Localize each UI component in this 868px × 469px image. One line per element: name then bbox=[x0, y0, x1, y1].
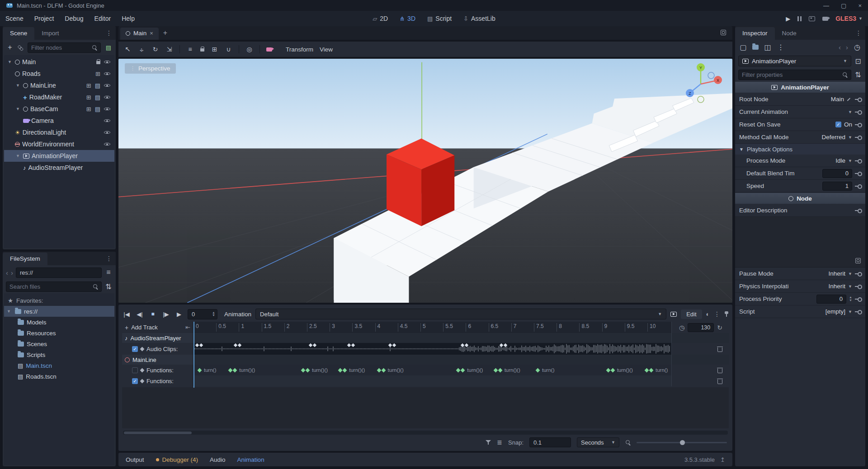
object-extra-icon[interactable]: ⊡ bbox=[854, 57, 862, 66]
pin-panel-icon[interactable] bbox=[724, 311, 729, 317]
move-tool-icon[interactable]: ↔↕ bbox=[138, 46, 145, 53]
group-icon[interactable]: ⊞ bbox=[86, 94, 91, 101]
fs-item-resources[interactable]: Resources bbox=[4, 328, 114, 338]
3d-viewport[interactable]: ⋮ Perspective Y X Z bbox=[118, 59, 732, 303]
group-icon[interactable]: ⊞ bbox=[86, 82, 91, 89]
audio-clip-key[interactable] bbox=[348, 344, 354, 347]
delete-track-icon[interactable] bbox=[717, 346, 722, 352]
path-field[interactable]: res:// bbox=[16, 267, 102, 278]
property-reset-on-save[interactable]: Reset On Save On bbox=[735, 118, 865, 131]
audio-clip-key[interactable] bbox=[234, 344, 241, 347]
key-icon[interactable] bbox=[855, 296, 863, 302]
method-keyframe[interactable]: turn()() bbox=[494, 367, 520, 373]
dock-menu-icon[interactable]: ⋮ bbox=[102, 29, 116, 37]
save-resource-icon[interactable]: ◫ bbox=[764, 43, 772, 52]
tab-filesystem[interactable]: FileSystem bbox=[3, 253, 47, 265]
override-camera-icon[interactable] bbox=[266, 47, 272, 52]
dock-menu-icon[interactable]: ⋮ bbox=[852, 29, 865, 37]
filter-properties-input[interactable] bbox=[738, 70, 851, 80]
chevron-down-icon[interactable]: ▼ bbox=[848, 135, 852, 140]
view-menu[interactable]: View bbox=[320, 46, 333, 53]
eye-icon[interactable] bbox=[104, 83, 110, 88]
animation-length-box[interactable] bbox=[688, 323, 714, 332]
expand-arrow-icon[interactable]: ▼ bbox=[15, 83, 21, 88]
eye-icon[interactable] bbox=[104, 141, 110, 147]
search-files-field[interactable] bbox=[9, 283, 90, 290]
key-icon[interactable] bbox=[855, 284, 863, 289]
track-enabled-checkbox[interactable] bbox=[132, 346, 138, 352]
slider-knob[interactable] bbox=[680, 440, 685, 445]
chevron-down-icon[interactable]: ▼ bbox=[848, 284, 852, 289]
fs-item-roads-tscn[interactable]: ▤Roads.tscn bbox=[4, 371, 114, 382]
play-button[interactable]: ▶ bbox=[786, 15, 790, 22]
menu-debug[interactable]: Debug bbox=[65, 15, 83, 22]
assign-icon[interactable] bbox=[847, 97, 852, 102]
expand-arrow-icon[interactable]: ▼ bbox=[7, 60, 13, 64]
play-from-start-button[interactable]: ▶ bbox=[175, 311, 184, 318]
length-field[interactable] bbox=[691, 324, 710, 331]
audio-clip-key[interactable] bbox=[389, 344, 396, 347]
expand-arrow-icon[interactable]: ▼ bbox=[7, 309, 12, 314]
eye-icon[interactable] bbox=[104, 106, 110, 112]
distraction-free-icon[interactable] bbox=[721, 30, 726, 35]
time-spinbox[interactable]: ▲▼ bbox=[188, 309, 217, 319]
eye-icon[interactable] bbox=[104, 130, 110, 135]
dock-menu-icon[interactable]: ⋮ bbox=[102, 255, 116, 262]
key-icon[interactable] bbox=[855, 309, 863, 314]
play-forward-button[interactable]: |▶ bbox=[161, 311, 170, 318]
add-track-button[interactable]: +Add Track bbox=[125, 324, 158, 331]
method-keyframe[interactable]: turn()() bbox=[339, 367, 365, 373]
resource-menu-icon[interactable]: ⋮ bbox=[777, 43, 785, 52]
scene-node-directionallight[interactable]: ☀ DirectionalLight bbox=[4, 127, 114, 138]
tab-inspector[interactable]: Inspector bbox=[735, 27, 775, 40]
snap-field[interactable] bbox=[533, 439, 567, 446]
delete-track-icon[interactable] bbox=[717, 378, 722, 384]
snap-unit-dropdown[interactable]: Seconds▼ bbox=[577, 437, 619, 447]
close-button[interactable]: × bbox=[858, 2, 862, 9]
number-field[interactable]: 1 bbox=[822, 182, 852, 191]
key-icon[interactable] bbox=[855, 208, 863, 213]
renderer-dropdown[interactable]: GLES3▼ bbox=[835, 15, 863, 22]
workspace-3d[interactable]: ⋔3D bbox=[400, 15, 415, 22]
key-icon[interactable] bbox=[855, 271, 863, 277]
group-icon[interactable]: ⊞ bbox=[95, 70, 100, 77]
play-backwards-end-button[interactable]: |◀ bbox=[122, 311, 131, 318]
horizontal-scrollbar[interactable] bbox=[123, 431, 728, 435]
load-resource-icon[interactable] bbox=[752, 45, 759, 50]
orientation-gizmo[interactable]: Y X Z bbox=[677, 61, 727, 105]
method-keyframe[interactable]: turn() bbox=[198, 367, 216, 373]
script-icon[interactable]: ▤ bbox=[95, 94, 100, 101]
method-keyframe[interactable]: turn()() bbox=[457, 367, 483, 373]
property-speed[interactable]: Speed 1 bbox=[735, 180, 865, 192]
workspace-script[interactable]: ▤Script bbox=[427, 15, 452, 22]
filter-properties-field[interactable] bbox=[742, 71, 840, 78]
chevron-down-icon[interactable]: ▼ bbox=[848, 159, 852, 163]
method-keyframe[interactable]: turn()() bbox=[607, 367, 633, 373]
scrollbar-handle[interactable] bbox=[124, 431, 192, 434]
property-current-animation[interactable]: Current Animation ▼ bbox=[735, 106, 865, 118]
fs-item-scripts[interactable]: Scripts bbox=[4, 349, 114, 360]
scene-node-worldenvironment[interactable]: WorldEnvironment bbox=[4, 138, 114, 150]
audio-clip-key[interactable] bbox=[461, 344, 468, 347]
property-process-mode[interactable]: Process Mode Idle ▼ bbox=[735, 155, 865, 167]
scene-node-camera[interactable]: Camera bbox=[4, 115, 114, 127]
script-icon[interactable]: ▤ bbox=[95, 106, 100, 113]
workspace-2d[interactable]: ▱2D bbox=[373, 15, 388, 22]
scene-node-main[interactable]: ▼ Main bbox=[4, 56, 114, 68]
scene-node-mainline[interactable]: ▼ MainLine ⊞▤ bbox=[4, 80, 114, 91]
snap-step-input[interactable] bbox=[529, 437, 571, 447]
time-field[interactable] bbox=[192, 311, 208, 318]
tab-import[interactable]: Import bbox=[34, 27, 66, 40]
scene-node-roads[interactable]: Roads ⊞ bbox=[4, 68, 114, 80]
movie-camera-button[interactable] bbox=[822, 17, 828, 21]
snap-toggle-icon[interactable]: ∪ bbox=[225, 46, 232, 53]
property-process-priority[interactable]: Process Priority 0 ▲▼ bbox=[735, 293, 865, 305]
property-default-blend-time[interactable]: Default Blend Tim 0 bbox=[735, 167, 865, 180]
number-field[interactable]: 0 bbox=[822, 169, 852, 178]
lock-icon[interactable] bbox=[96, 61, 100, 64]
collapse-panel-icon[interactable]: ↥ bbox=[720, 456, 725, 463]
property-pause-mode[interactable]: Pause Mode Inherit ▼ bbox=[735, 267, 865, 280]
scene-node-audiostreamplayer[interactable]: ♪ AudioStreamPlayer bbox=[4, 162, 114, 174]
track-enabled-checkbox[interactable] bbox=[132, 367, 138, 373]
transform-menu[interactable]: Transform bbox=[286, 46, 313, 53]
